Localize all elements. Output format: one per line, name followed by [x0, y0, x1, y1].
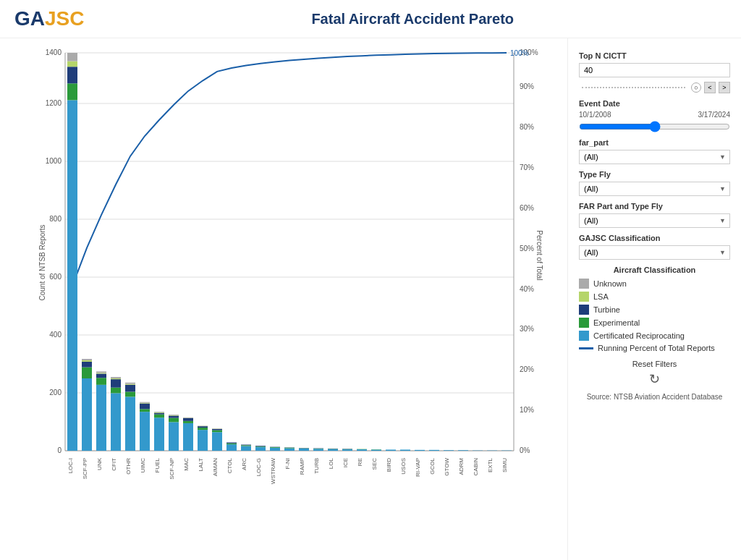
svg-text:ICE: ICE	[342, 458, 349, 467]
svg-rect-97	[154, 412, 164, 413]
svg-text:LOC-G: LOC-G	[255, 458, 262, 476]
legend-item-experimental: Experimental	[579, 318, 730, 328]
unknown-swatch	[579, 279, 589, 289]
lsa-swatch	[579, 292, 589, 302]
chart-svg: 0 200 400 600 800 1000 1200 1400 0% 10% …	[36, 46, 543, 516]
svg-rect-70	[82, 368, 92, 378]
svg-text:1200: 1200	[46, 99, 62, 107]
svg-rect-155	[458, 450, 468, 451]
svg-rect-122	[241, 446, 251, 451]
svg-text:GTOW: GTOW	[444, 458, 450, 476]
type-fly-wrapper[interactable]: (All)	[579, 182, 730, 196]
logo-usc: JSC	[45, 7, 84, 30]
svg-rect-109	[198, 430, 208, 451]
svg-text:Percent of Total: Percent of Total	[535, 230, 543, 280]
logo: GAJSC	[14, 7, 84, 30]
svg-text:100%: 100%	[510, 49, 529, 57]
top-n-next[interactable]: >	[719, 82, 730, 93]
svg-text:30%: 30%	[520, 325, 534, 333]
svg-rect-121	[226, 442, 237, 443]
svg-text:UNK: UNK	[96, 457, 103, 470]
svg-text:WSTRAW: WSTRAW	[270, 458, 276, 485]
svg-text:600: 600	[49, 273, 62, 281]
reset-label: Reset Filters	[632, 360, 677, 368]
far-part-type-fly-wrapper[interactable]: (All)	[579, 213, 730, 228]
svg-rect-64	[67, 100, 77, 451]
reset-filters-btn[interactable]: Reset Filters ↻	[579, 360, 730, 387]
svg-rect-87	[125, 384, 135, 385]
svg-text:CTOL: CTOL	[226, 457, 233, 473]
svg-rect-96	[154, 413, 164, 415]
svg-text:60%: 60%	[520, 204, 534, 212]
svg-text:FUEL: FUEL	[154, 457, 161, 472]
svg-text:RI-VAP: RI-VAP	[415, 458, 421, 477]
far-part-type-fly-label: FAR Part and Type Fly	[579, 202, 730, 211]
experimental-swatch	[579, 318, 589, 328]
svg-text:SCF-NP: SCF-NP	[169, 458, 175, 480]
svg-rect-143	[342, 449, 352, 451]
svg-rect-100	[169, 418, 179, 423]
svg-text:RAMP: RAMP	[299, 458, 305, 475]
gajsc-classification-select[interactable]: (All)	[579, 245, 730, 260]
top-n-prev[interactable]: <	[704, 82, 716, 93]
svg-rect-75	[96, 378, 106, 385]
event-date-label: Event Date	[579, 99, 730, 108]
svg-rect-78	[96, 371, 106, 373]
svg-rect-74	[96, 385, 106, 451]
type-fly-select[interactable]: (All)	[579, 182, 730, 196]
top-n-slider-row: ○ < >	[579, 82, 730, 93]
svg-rect-98	[154, 412, 164, 412]
svg-rect-108	[183, 417, 193, 418]
svg-rect-86	[125, 385, 135, 392]
svg-rect-134	[299, 449, 309, 451]
far-part-wrapper[interactable]: (All)	[579, 150, 730, 164]
svg-rect-82	[111, 378, 121, 379]
svg-rect-67	[67, 61, 77, 67]
date-range-slider[interactable]	[579, 121, 730, 132]
legend-item-lsa: LSA	[579, 292, 730, 302]
far-part-type-fly-select[interactable]: (All)	[579, 213, 730, 228]
gajsc-classification-wrapper[interactable]: (All)	[579, 245, 730, 260]
svg-text:EXTL: EXTL	[487, 457, 494, 472]
svg-rect-110	[198, 428, 208, 430]
page-title: Fatal Aircraft Accident Pareto	[98, 11, 727, 27]
page: GAJSC Fatal Aircraft Accident Pareto	[0, 0, 741, 560]
svg-rect-105	[183, 421, 193, 423]
legend-item-cert-recip: Certificated Reciprocating	[579, 331, 730, 341]
svg-rect-116	[212, 429, 222, 430]
svg-rect-128	[270, 448, 280, 451]
svg-rect-146	[357, 449, 367, 451]
svg-text:SIMU: SIMU	[501, 458, 508, 472]
turbine-swatch	[579, 305, 589, 315]
date-range-row: 10/1/2008 3/17/2024	[579, 111, 730, 119]
refresh-icon: ↻	[649, 371, 660, 387]
svg-text:TURB: TURB	[313, 458, 320, 474]
turbine-label: Turbine	[593, 305, 620, 314]
svg-text:USOS: USOS	[400, 458, 407, 475]
top-n-input[interactable]	[579, 63, 730, 77]
far-part-label: far_part	[579, 138, 730, 147]
svg-rect-123	[241, 445, 251, 446]
svg-rect-129	[270, 447, 280, 448]
lsa-label: LSA	[593, 292, 609, 301]
date-start: 10/1/2008	[579, 111, 611, 119]
svg-text:80%: 80%	[520, 123, 534, 131]
svg-rect-152	[415, 450, 425, 451]
svg-text:GCOL: GCOL	[429, 457, 436, 474]
cert-recip-label: Certificated Reciprocating	[593, 331, 685, 340]
svg-text:AIMAN: AIMAN	[212, 458, 219, 477]
svg-rect-124	[241, 445, 251, 446]
top-n-label: Top N CICTT	[579, 51, 730, 60]
svg-rect-93	[140, 402, 150, 403]
svg-rect-88	[125, 383, 135, 384]
svg-rect-80	[111, 388, 121, 394]
top-n-circle[interactable]: ○	[691, 82, 701, 93]
svg-text:LALT: LALT	[198, 458, 204, 472]
far-part-select[interactable]: (All)	[579, 150, 730, 164]
svg-rect-132	[284, 448, 295, 449]
date-slider-row[interactable]	[579, 121, 730, 132]
svg-rect-150	[386, 449, 396, 451]
svg-text:70%: 70%	[520, 164, 534, 171]
svg-rect-89	[140, 412, 150, 451]
svg-text:LOC-I: LOC-I	[67, 458, 74, 473]
